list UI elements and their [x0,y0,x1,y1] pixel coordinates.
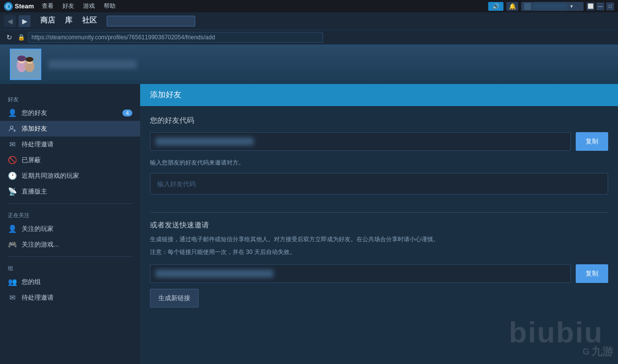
sidebar-divider-1 [8,203,132,204]
avatar [10,49,41,80]
friend-code-row: 复制 [150,132,608,151]
volume-button[interactable]: 🔊 [488,2,503,11]
broadcast-icon: 📡 [8,187,17,196]
sidebar: 好友 👤 您的好友 4 添加好友 ✉ 待处理邀请 🚫 已屏蔽 [0,84,140,364]
clock-icon: 🕐 [8,171,17,180]
link-display [150,264,571,283]
nav-tabs: 商店 库 社区 [36,14,101,28]
sidebar-label-blocked: 已屏蔽 [22,156,41,165]
username-blurred [48,60,137,69]
volume-icon: 🔊 [492,3,500,10]
content-body: 您的好友代码 复制 输入您朋友的好友代码来邀请对方。 或者发送快速邀请 生成链接… [140,106,618,317]
quick-invite-title: 或者发送快速邀请 [150,221,608,230]
friends-badge: 4 [122,110,132,116]
tab-library[interactable]: 库 [61,14,76,28]
url-input[interactable] [28,32,323,43]
sidebar-item-your-friends[interactable]: 👤 您的好友 4 [0,105,140,121]
sidebar-label-recent: 近期共同游戏的玩家 [22,171,79,180]
nav-search-input[interactable] [107,16,195,27]
sidebar-label-follow-games: 关注的游戏... [22,240,59,249]
bell-icon: 🔔 [509,3,516,10]
minimize-button[interactable]: — [596,2,604,10]
title-bar-right: 🔊 🔔 ▼ ⬜ — □ [488,2,614,11]
sidebar-item-recent-players[interactable]: 🕐 近期共同游戏的玩家 [0,168,140,184]
title-bar: Steam 查看 好友 游戏 帮助 🔊 🔔 ▼ ⬜ — □ [0,0,618,12]
sidebar-item-your-groups[interactable]: 👥 您的组 [0,274,140,290]
menu-friends[interactable]: 好友 [59,1,78,11]
url-bar: ↻ 🔒 [0,30,618,45]
follow-person-icon: 👤 [8,224,17,233]
dropdown-arrow-icon: ▼ [569,4,574,9]
sidebar-item-add-friend[interactable]: 添加好友 [0,121,140,137]
sidebar-friends-label: 好友 [0,92,140,105]
link-blurred [155,270,273,278]
tab-store[interactable]: 商店 [36,14,59,28]
sidebar-item-following-games[interactable]: 🎮 关注的游戏... [0,237,140,252]
main-layout: 好友 👤 您的好友 4 添加好友 ✉ 待处理邀请 🚫 已屏蔽 [0,84,618,364]
avatar-small [524,3,531,10]
title-menu: 查看 好友 游戏 帮助 [38,1,119,11]
add-person-icon [8,124,17,133]
steam-logo: Steam [4,2,34,11]
invite-link-row: 复制 [150,264,608,283]
sidebar-label-follow-players: 关注的玩家 [22,224,54,233]
maximize-button[interactable]: □ [606,2,614,10]
code-display [150,132,571,151]
envelope-icon: ✉ [8,140,17,149]
avatar-art [11,50,40,79]
sidebar-label-groups-pending: 待处理邀请 [22,293,54,302]
follow-game-icon: 🎮 [8,240,17,249]
tab-community[interactable]: 社区 [78,14,101,28]
profile-banner [0,45,618,84]
menu-view[interactable]: 查看 [38,1,58,11]
hint-text: 输入您朋友的好友代码来邀请对方。 [150,159,608,167]
forward-button[interactable]: ▶ [19,15,30,27]
window-controls: ⬜ — □ [587,2,614,10]
svg-point-7 [26,57,33,62]
svg-point-8 [10,126,13,129]
invite-description: 生成链接，通过电子邮件或短信分享给其他人。对方接受后双方立即成为好友。在公共场合… [150,235,608,244]
sidebar-item-streamers[interactable]: 📡 直播版主 [0,184,140,199]
user-dropdown[interactable]: ▼ [521,2,584,11]
steam-logo-icon [4,2,13,11]
sidebar-item-groups-pending[interactable]: ✉ 待处理邀请 [0,290,140,306]
lock-icon: 🔒 [18,34,25,41]
title-bar-left: Steam 查看 好友 游戏 帮助 [4,1,119,11]
sidebar-label-add-friend: 添加好友 [22,124,47,133]
copy-link-button[interactable]: 复制 [576,264,608,283]
sidebar-item-blocked[interactable]: 🚫 已屏蔽 [0,152,140,168]
person-icon: 👤 [8,109,17,117]
sidebar-label-your-friends: 您的好友 [22,109,47,117]
copy-code-button[interactable]: 复制 [576,132,608,151]
avatar-svg [11,50,40,79]
sidebar-item-following-players[interactable]: 👤 关注的玩家 [0,221,140,237]
generate-link-button[interactable]: 生成新链接 [150,289,199,308]
refresh-button[interactable]: ↻ [4,32,15,43]
section-divider [150,212,608,213]
nav-bar: ◀ ▶ 商店 库 社区 [0,12,618,30]
sidebar-item-pending-invites[interactable]: ✉ 待处理邀请 [0,137,140,152]
sidebar-divider-2 [8,256,132,257]
back-button[interactable]: ◀ [4,15,16,27]
app-name: Steam [15,2,34,10]
code-blurred [155,138,254,145]
menu-help[interactable]: 帮助 [100,1,119,11]
block-icon: 🚫 [8,156,17,165]
friend-code-title: 您的好友代码 [150,116,608,125]
notification-button[interactable]: 🔔 [506,2,518,11]
group-icon: 👥 [8,278,17,286]
note-text: 注意：每个链接只能使用一次，并在 30 天后自动失效。 [150,248,608,256]
sidebar-label-pending: 待处理邀请 [22,140,54,149]
sidebar-following-label: 正在关注 [0,208,140,221]
groups-invite-icon: ✉ [8,293,17,302]
menu-games[interactable]: 游戏 [79,1,99,11]
username-display [533,3,567,9]
monitor-button[interactable]: ⬜ [587,2,594,10]
sidebar-label-your-groups: 您的组 [22,278,41,286]
content-header: 添加好友 [140,84,618,106]
friend-code-input[interactable] [150,173,608,195]
username-banner [48,60,137,69]
sidebar-label-streamers: 直播版主 [22,187,47,196]
sidebar-groups-label: 组 [0,261,140,274]
svg-point-6 [17,56,26,61]
